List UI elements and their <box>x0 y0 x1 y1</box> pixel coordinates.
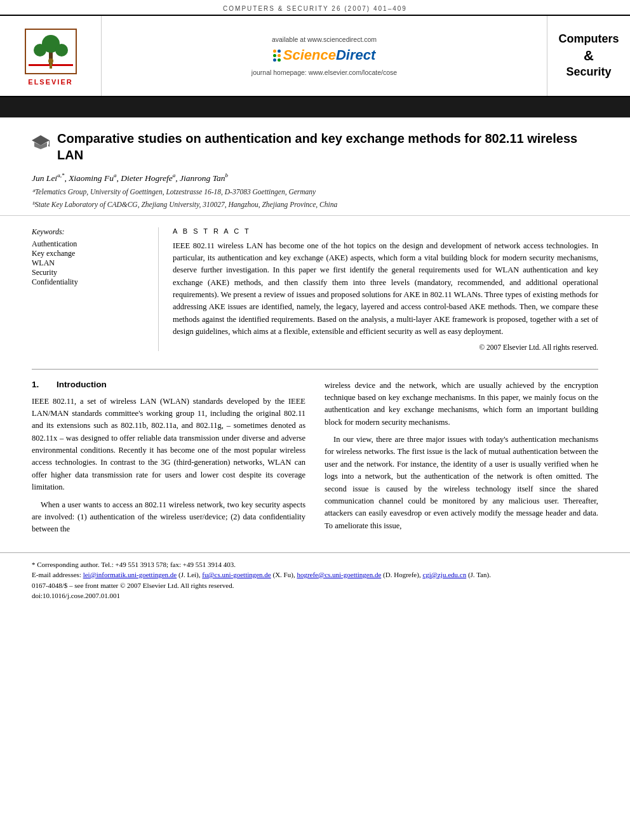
journal-title-amp: & <box>558 47 619 65</box>
intro-right-para-2: In our view, there are three major issue… <box>325 434 598 532</box>
journal-title-line2: Security <box>558 65 619 79</box>
keywords-column: Keywords: Authentication Key exchange WL… <box>32 227 159 351</box>
introduction-section: 1. Introduction IEEE 802.11, a set of wi… <box>0 370 630 547</box>
sd-dot-green-1 <box>273 54 276 57</box>
journal-ref-text: COMPUTERS & SECURITY 26 (2007) 401–409 <box>223 5 407 12</box>
elsevier-tree-icon <box>22 26 79 77</box>
keyword-5: Confidentiality <box>32 277 145 287</box>
svg-point-4 <box>55 44 68 57</box>
intro-left-column: 1. Introduction IEEE 802.11, a set of wi… <box>32 380 305 541</box>
authors-line: Jun Leia,*, Xiaoming Fua, Dieter Hogrefe… <box>32 172 598 183</box>
intro-right-para-1: wireless device and the network, which a… <box>325 380 598 429</box>
intro-paragraph-1: IEEE 802.11, a set of wireless LAN (WLAN… <box>32 396 305 536</box>
keyword-2: Key exchange <box>32 249 145 258</box>
sd-science: Science <box>283 47 336 63</box>
black-header-bar <box>0 97 630 117</box>
article-title-row: Comparative studies on authentication an… <box>32 130 598 163</box>
keywords-label: Keywords: <box>32 227 145 237</box>
svg-point-5 <box>48 58 53 63</box>
svg-point-11 <box>48 144 50 147</box>
sciencedirect-logo: ScienceDirect <box>273 47 376 63</box>
keyword-4: Security <box>32 268 145 277</box>
footnote-section: * Corresponding author. Tel.: +49 551 39… <box>0 552 630 605</box>
intro-para-2-text: When a user wants to access an 802.11 wi… <box>32 499 305 536</box>
section-number: 1. <box>32 380 39 389</box>
available-text: available at www.sciencedirect.com <box>272 36 377 43</box>
author1-sup: a,* <box>57 172 64 178</box>
journal-reference: COMPUTERS & SECURITY 26 (2007) 401–409 <box>0 0 630 15</box>
author1-name: Jun Lei <box>32 173 57 183</box>
sciencedirect-text: ScienceDirect <box>283 47 376 63</box>
keyword-3: WLAN <box>32 258 145 268</box>
email-link-1[interactable]: lei@informatik.uni-goettingen.de <box>83 571 177 578</box>
journal-title-area: Computers & Security <box>547 16 630 96</box>
abstract-text: IEEE 802.11 wireless LAN has become one … <box>173 240 598 338</box>
abstract-label: A B S T R A C T <box>173 227 598 235</box>
affiliation-a: ᵃTelematics Group, University of Goettin… <box>32 187 598 196</box>
elsevier-label: ELSEVIER <box>28 78 72 86</box>
intro-right-column: wireless device and the network, which a… <box>325 380 598 541</box>
article-title: Comparative studies on authentication an… <box>57 130 598 163</box>
sd-dot-green-2 <box>278 58 281 62</box>
email2-name: (X. Fu), <box>271 571 297 578</box>
keyword-1: Authentication <box>32 239 145 249</box>
copyright-line: © 2007 Elsevier Ltd. All rights reserved… <box>173 343 598 351</box>
email-link-4[interactable]: cgi@zju.edu.cn <box>422 571 466 578</box>
intro-para-2-span: When a user wants to access an 802.11 wi… <box>32 500 305 534</box>
intro-right-text: wireless device and the network, which a… <box>325 380 598 533</box>
sd-dots-icon <box>273 50 281 62</box>
author3-name: , Dieter Hogrefe <box>117 173 173 183</box>
footnote-corresponding: * Corresponding author. Tel.: +49 551 39… <box>32 559 598 570</box>
email3-name: (D. Hogrefe), <box>381 571 422 578</box>
sd-dot-blue-1 <box>278 50 281 53</box>
keywords-section: Keywords: Authentication Key exchange WL… <box>32 227 145 287</box>
journal-title-line1: Computers <box>558 32 619 46</box>
journal-header: ELSEVIER available at www.sciencedirect.… <box>0 15 630 97</box>
journal-homepage-text: journal homepage: www.elsevier.com/locat… <box>251 69 397 76</box>
intro-para-1-text: IEEE 802.11, a set of wireless LAN (WLAN… <box>32 396 305 494</box>
section-title: Introduction <box>57 380 107 389</box>
sciencedirect-area: available at www.sciencedirect.com <box>102 16 547 96</box>
email-link-3[interactable]: hogrefe@cs.uni-goettingen.de <box>297 571 381 578</box>
article-header: Comparative studies on authentication an… <box>0 117 630 216</box>
email-label: E-mail addresses: <box>32 571 81 578</box>
article-type-icon <box>32 133 50 153</box>
sd-dot-orange-1 <box>273 50 276 53</box>
abstract-section: Keywords: Authentication Key exchange WL… <box>0 216 630 357</box>
affiliation-b: ᵇState Key Laboratory of CAD&CG, Zhejian… <box>32 200 598 209</box>
sd-dot-orange-2 <box>278 54 281 57</box>
abstract-column: A B S T R A C T IEEE 802.11 wireless LAN… <box>159 227 598 351</box>
elsevier-logo-area: ELSEVIER <box>0 16 102 96</box>
section-heading: 1. Introduction <box>32 380 305 389</box>
footnote-emails: E-mail addresses: lei@informatik.uni-goe… <box>32 570 598 580</box>
sd-dot-blue-2 <box>273 58 276 62</box>
email1-name: (J. Lei), <box>177 571 202 578</box>
author4-name: , Jianrong Tan <box>175 173 225 183</box>
svg-rect-6 <box>50 63 52 69</box>
footnote-issn: 0167-4048/$ – see front matter © 2007 El… <box>32 580 598 591</box>
elsevier-logo: ELSEVIER <box>22 26 79 86</box>
footnote-doi: doi:10.1016/j.cose.2007.01.001 <box>32 590 598 601</box>
journal-title: Computers & Security <box>558 32 619 79</box>
svg-point-3 <box>34 44 46 57</box>
author2-name: , Xiaoming Fu <box>64 173 114 183</box>
page: COMPUTERS & SECURITY 26 (2007) 401–409 <box>0 0 630 840</box>
author4-sup: b <box>225 172 229 178</box>
email4-name: (J. Tan). <box>466 571 491 578</box>
graduation-cap-icon <box>32 133 50 150</box>
email-link-2[interactable]: fu@cs.uni-goettingen.de <box>202 571 271 578</box>
